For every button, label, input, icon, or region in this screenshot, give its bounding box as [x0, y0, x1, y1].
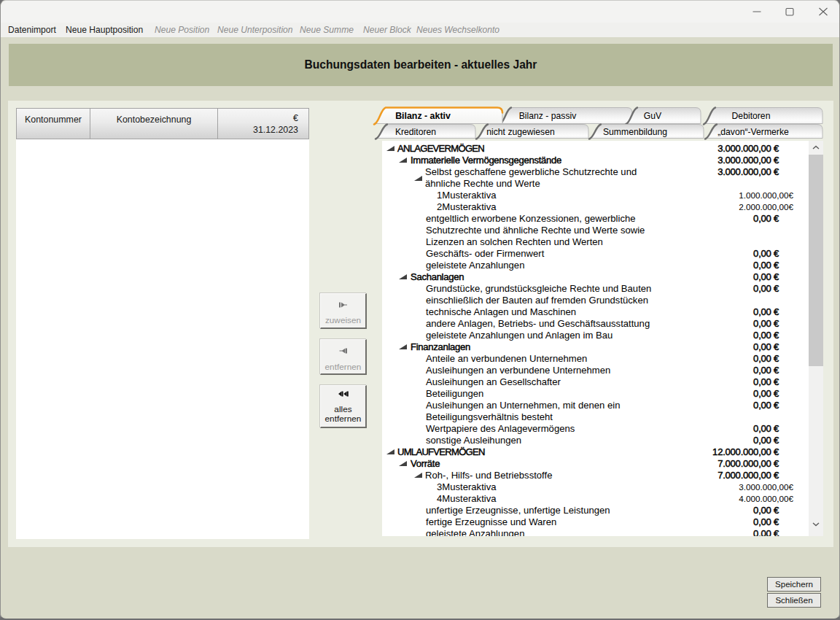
svg-text:Kreditoren: Kreditoren: [395, 127, 436, 137]
svg-text:nicht zugewiesen: nicht zugewiesen: [486, 127, 555, 137]
svg-text:Summenbildung: Summenbildung: [603, 127, 667, 137]
svg-text:GuV: GuV: [644, 111, 662, 121]
svg-text:Debitoren: Debitoren: [732, 111, 771, 121]
svg-text:„davon“-Vermerke: „davon“-Vermerke: [718, 127, 789, 137]
svg-text:Bilanz - passiv: Bilanz - passiv: [519, 111, 577, 121]
svg-text:Bilanz - aktiv: Bilanz - aktiv: [395, 111, 451, 121]
